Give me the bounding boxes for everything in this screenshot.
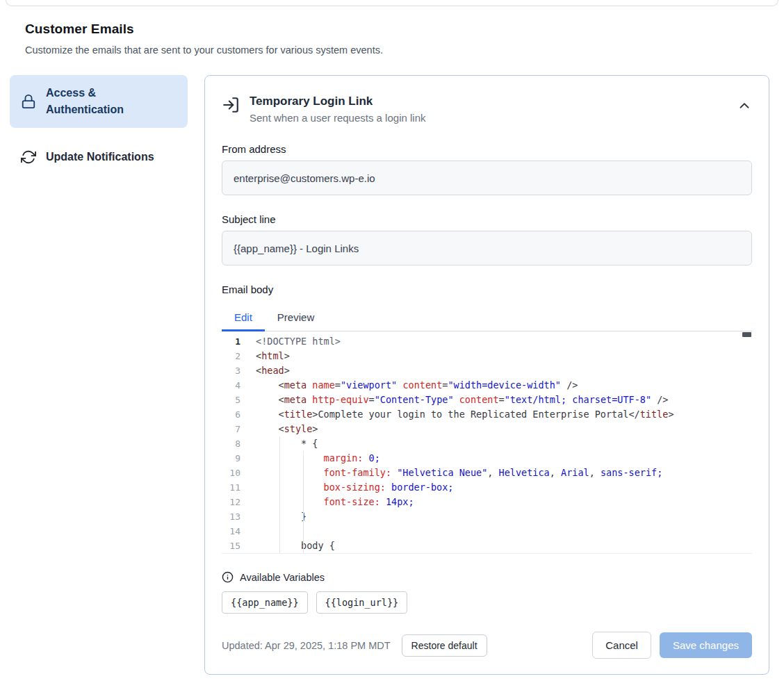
email-settings-card: Temporary Login Link Sent when a user re… (204, 75, 769, 675)
top-card-divider (6, 0, 778, 6)
from-address-label: From address (222, 143, 752, 155)
code-line[interactable]: 15 body { (222, 539, 752, 553)
line-number: 7 (222, 422, 240, 436)
subject-line-input[interactable] (222, 231, 752, 265)
subject-line-label: Subject line (222, 213, 752, 225)
email-body-editor[interactable]: 1<!DOCTYPE html>2<html>3<head>4 <meta na… (222, 331, 752, 554)
code-text: background-color: #f8f9fa; (256, 553, 471, 554)
main-content: Access & Authentication Update Notificat… (10, 75, 769, 675)
line-number: 4 (222, 378, 240, 393)
code-line[interactable]: 4 <meta name="viewport" content="width=d… (222, 378, 752, 393)
code-line[interactable]: 5 <meta http-equiv="Content-Type" conten… (222, 393, 752, 407)
refresh-icon (21, 149, 36, 165)
card-header: Temporary Login Link Sent when a user re… (222, 92, 752, 124)
code-line[interactable]: 13 } (222, 509, 752, 524)
code-line[interactable]: 8 * { (222, 436, 752, 451)
line-number: 1 (222, 334, 240, 349)
sidebar-item-access-authentication[interactable]: Access & Authentication (10, 75, 188, 128)
restore-default-button[interactable]: Restore default (402, 634, 487, 657)
line-number: 15 (222, 539, 240, 553)
code-line[interactable]: 9 margin: 0; (222, 451, 752, 466)
line-number: 10 (222, 466, 240, 480)
code-line[interactable]: 10 font-family: "Helvetica Neue", Helvet… (222, 466, 752, 480)
info-icon (222, 571, 234, 583)
line-number: 2 (222, 349, 240, 363)
from-address-input[interactable] (222, 161, 752, 195)
line-number: 3 (222, 363, 240, 378)
line-number: 6 (222, 407, 240, 422)
sidebar: Access & Authentication Update Notificat… (10, 75, 188, 175)
log-in-icon (222, 96, 240, 114)
page-title: Customer Emails (25, 22, 759, 37)
line-number: 8 (222, 436, 240, 451)
code-line[interactable]: 11 box-sizing: border-box; (222, 480, 752, 495)
card-title: Temporary Login Link (250, 92, 425, 110)
sidebar-item-label: Access & Authentication (46, 85, 143, 118)
code-text: <!DOCTYPE html> (256, 334, 341, 349)
page-subtitle: Customize the emails that are sent to yo… (25, 44, 759, 56)
card-header-text: Temporary Login Link Sent when a user re… (250, 92, 425, 124)
editor-scrollbar-thumb[interactable] (742, 332, 751, 337)
code-text: <style> (256, 422, 318, 436)
sidebar-item-update-notifications[interactable]: Update Notifications (10, 139, 188, 175)
code-text: <meta http-equiv="Content-Type" content=… (256, 393, 668, 407)
code-text: <html> (256, 349, 290, 363)
line-number: 13 (222, 509, 240, 524)
lock-icon (21, 94, 36, 109)
code-text: box-sizing: border-box; (256, 480, 454, 495)
code-editor-lines: 1<!DOCTYPE html>2<html>3<head>4 <meta na… (222, 334, 752, 554)
line-number: 12 (222, 495, 240, 509)
card-subtitle: Sent when a user requests a login link (250, 112, 425, 124)
code-text: font-family: "Helvetica Neue", Helvetica… (256, 466, 662, 480)
code-line[interactable]: 1<!DOCTYPE html> (222, 334, 752, 349)
code-text: margin: 0; (256, 451, 380, 466)
collapse-button[interactable] (737, 98, 752, 113)
code-line[interactable]: 16 background-color: #f8f9fa; (222, 553, 752, 554)
indent-guide (279, 436, 280, 554)
code-line[interactable]: 3<head> (222, 363, 752, 378)
variable-chips: {{app_name}} {{login_url}} (222, 591, 752, 614)
available-variables-label: Available Variables (240, 572, 325, 583)
code-text: } (256, 509, 307, 524)
line-number: 5 (222, 393, 240, 407)
variable-chip-login-url[interactable]: {{login_url}} (316, 591, 408, 614)
updated-timestamp: Updated: Apr 29, 2025, 1:18 PM MDT (222, 640, 391, 651)
code-text: * { (256, 436, 318, 451)
line-number: 11 (222, 480, 240, 495)
save-changes-button[interactable]: Save changes (660, 632, 752, 658)
variable-chip-app-name[interactable]: {{app_name}} (222, 591, 308, 614)
tab-preview[interactable]: Preview (265, 305, 327, 331)
chevron-up-icon (737, 98, 752, 113)
page-header: Customer Emails Customize the emails tha… (25, 22, 759, 56)
code-line[interactable]: 14 (222, 524, 752, 539)
code-text: body { (256, 539, 335, 553)
indent-guide (303, 451, 304, 553)
email-body-label: Email body (222, 284, 752, 295)
cancel-button[interactable]: Cancel (592, 632, 651, 659)
code-text: <meta name="viewport" content="width=dev… (256, 378, 578, 393)
code-text: <title>Complete your login to the Replic… (256, 407, 674, 422)
sidebar-item-label: Update Notifications (46, 149, 154, 165)
code-line[interactable]: 2<html> (222, 349, 752, 363)
available-variables-row: Available Variables (222, 571, 752, 583)
code-line[interactable]: 12 font-size: 14px; (222, 495, 752, 509)
code-line[interactable]: 6 <title>Complete your login to the Repl… (222, 407, 752, 422)
code-text: <head> (256, 363, 290, 378)
line-number: 14 (222, 524, 240, 539)
code-line[interactable]: 7 <style> (222, 422, 752, 436)
tab-edit[interactable]: Edit (222, 305, 265, 331)
card-footer: Updated: Apr 29, 2025, 1:18 PM MDT Resto… (222, 632, 752, 659)
line-number: 16 (222, 553, 240, 554)
line-number: 9 (222, 451, 240, 466)
editor-tabbar: Edit Preview (222, 305, 752, 331)
